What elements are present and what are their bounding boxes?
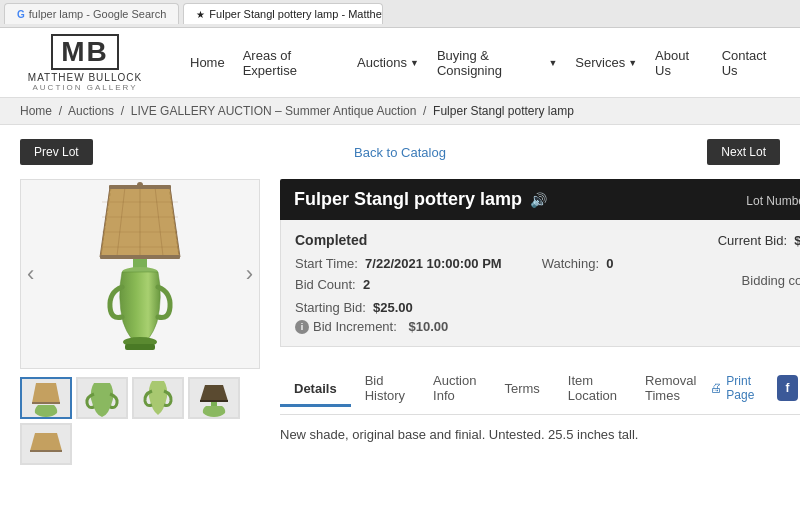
- tab-terms[interactable]: Terms: [490, 373, 553, 407]
- print-page-link[interactable]: 🖨 Print Page: [710, 374, 769, 402]
- item-header: Fulper Stangl pottery lamp 🔊 Lot Number:…: [280, 179, 800, 220]
- lot-nav-buttons: Prev Lot Back to Catalog Next Lot: [20, 139, 780, 165]
- sound-icon[interactable]: 🔊: [530, 192, 547, 208]
- svg-rect-19: [32, 402, 60, 404]
- tab-removal-times[interactable]: Removal Times: [631, 365, 710, 414]
- breadcrumb-auctions[interactable]: Auctions: [68, 104, 114, 118]
- nav-contact[interactable]: Contact Us: [722, 48, 780, 78]
- svg-rect-16: [125, 344, 155, 350]
- browser-tabs-bar: G fulper lamp - Google Search ★ Fulper S…: [0, 0, 800, 28]
- nav-auctions-dropdown[interactable]: Auctions ▼: [357, 55, 419, 70]
- tab-actions: 🖨 Print Page f t in: [710, 374, 800, 406]
- details-content: New shade, original base and finial. Unt…: [280, 415, 800, 454]
- nav-services-dropdown[interactable]: Services ▼: [575, 55, 637, 70]
- thumbnails-strip: [20, 377, 260, 465]
- svg-rect-22: [211, 402, 217, 406]
- nav-about[interactable]: About Us: [655, 48, 704, 78]
- logo-letters: MB: [51, 34, 119, 70]
- bidding-complete: Bidding complete: [742, 273, 800, 288]
- start-time: Start Time: 7/22/2021 10:00:00 PM: [295, 256, 502, 271]
- nav-areas[interactable]: Areas of Expertise: [243, 48, 339, 78]
- svg-rect-11: [100, 255, 180, 259]
- image-next-arrow[interactable]: ›: [242, 257, 257, 291]
- svg-rect-21: [200, 400, 228, 402]
- nav-home[interactable]: Home: [190, 55, 225, 70]
- status-completed: Completed: [295, 232, 367, 248]
- current-bid-value: $190.00: [794, 233, 800, 248]
- tab-bid-history[interactable]: Bid History: [351, 365, 419, 414]
- auctions-arrow-icon: ▼: [410, 58, 419, 68]
- current-bid: Current Bid: $190.00: [718, 233, 800, 248]
- item-details: Completed Current Bid: $190.00 Start Tim…: [280, 220, 800, 347]
- browser-tab-auction-label: Fulper Stangl pottery lamp - Matthew Bul…: [209, 8, 383, 20]
- starting-bid-value: $25.00: [373, 300, 413, 315]
- thumbnail-5[interactable]: [20, 423, 72, 465]
- breadcrumb-item: Fulper Stangl pottery lamp: [433, 104, 574, 118]
- print-icon: 🖨: [710, 381, 722, 395]
- browser-tab-google[interactable]: G fulper lamp - Google Search: [4, 3, 179, 24]
- item-image: [65, 182, 215, 367]
- lot-number: Lot Number: 107: [746, 192, 800, 208]
- google-icon: G: [17, 9, 25, 20]
- tab-item-location[interactable]: Item Location: [554, 365, 631, 414]
- thumbnail-4[interactable]: [188, 377, 240, 419]
- bid-increment-row: i Bid Increment: $10.00: [295, 319, 800, 334]
- breadcrumb-home[interactable]: Home: [20, 104, 52, 118]
- back-to-catalog-link[interactable]: Back to Catalog: [354, 145, 446, 160]
- breadcrumb: Home / Auctions / LIVE GALLERY AUCTION –…: [0, 98, 800, 125]
- top-navigation: MB MATTHEW BULLOCK AUCTION GALLERY Home …: [0, 28, 800, 98]
- services-arrow-icon: ▼: [628, 58, 637, 68]
- image-prev-arrow[interactable]: ‹: [23, 257, 38, 291]
- info-icon: i: [295, 320, 309, 334]
- thumbnail-1[interactable]: [20, 377, 72, 419]
- tabs-section: Details Bid History Auction Info Terms I…: [280, 365, 800, 415]
- image-section: ‹: [20, 179, 260, 465]
- item-title-text: Fulper Stangl pottery lamp: [294, 189, 522, 210]
- watching: Watching: 0: [542, 256, 614, 271]
- svg-marker-18: [32, 383, 60, 403]
- bid-count-value: 2: [363, 277, 370, 292]
- svg-marker-23: [30, 433, 62, 451]
- bid-increment-value: $10.00: [408, 319, 448, 334]
- browser-tab-google-label: fulper lamp - Google Search: [29, 8, 167, 20]
- site-logo[interactable]: MB MATTHEW BULLOCK AUCTION GALLERY: [20, 34, 150, 92]
- logo-name: MATTHEW BULLOCK: [28, 72, 142, 83]
- tab-details[interactable]: Details: [280, 373, 351, 407]
- info-section: Fulper Stangl pottery lamp 🔊 Lot Number:…: [280, 179, 800, 465]
- status-row: Completed Current Bid: $190.00: [295, 232, 800, 248]
- auction-tab-icon: ★: [196, 9, 205, 20]
- bid-count-row: Bid Count: 2 Bidding complete: [295, 277, 800, 294]
- svg-rect-24: [30, 450, 62, 452]
- start-time-value: 7/22/2021 10:00:00 PM: [365, 256, 502, 271]
- watching-value: 0: [606, 256, 613, 271]
- thumbnail-3[interactable]: [132, 377, 184, 419]
- main-image-container: ‹: [20, 179, 260, 369]
- browser-tab-auction[interactable]: ★ Fulper Stangl pottery lamp - Matthew B…: [183, 3, 383, 24]
- main-content: Prev Lot Back to Catalog Next Lot ‹: [0, 125, 800, 479]
- next-lot-button[interactable]: Next Lot: [707, 139, 780, 165]
- thumbnail-2[interactable]: [76, 377, 128, 419]
- item-title: Fulper Stangl pottery lamp 🔊: [294, 189, 547, 210]
- auction-layout: ‹: [20, 179, 780, 465]
- logo-sub: AUCTION GALLERY: [33, 83, 138, 92]
- detail-row-1: Start Time: 7/22/2021 10:00:00 PM Watchi…: [295, 256, 800, 271]
- svg-marker-20: [200, 385, 228, 401]
- bid-count: Bid Count: 2: [295, 277, 370, 294]
- prev-lot-button[interactable]: Prev Lot: [20, 139, 93, 165]
- breadcrumb-auction-name[interactable]: LIVE GALLERY AUCTION – Summer Antique Au…: [131, 104, 417, 118]
- svg-point-17: [137, 182, 143, 188]
- starting-bid-row: Starting Bid: $25.00: [295, 300, 800, 315]
- facebook-share-button[interactable]: f: [777, 375, 798, 401]
- nav-buying-dropdown[interactable]: Buying & Consigning ▼: [437, 48, 557, 78]
- main-nav: Home Areas of Expertise Auctions ▼ Buyin…: [190, 48, 780, 78]
- details-text: New shade, original base and finial. Unt…: [280, 427, 800, 442]
- tab-auction-info[interactable]: Auction Info: [419, 365, 490, 414]
- buying-arrow-icon: ▼: [548, 58, 557, 68]
